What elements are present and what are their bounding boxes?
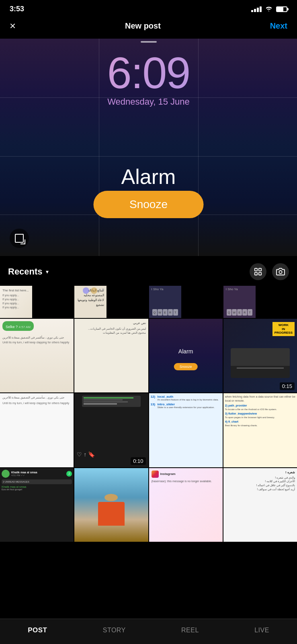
svg-rect-1 bbox=[259, 268, 261, 271]
list-item[interactable]: The first list here... If you apply... I… bbox=[0, 286, 32, 318]
svg-rect-3 bbox=[259, 272, 261, 275]
list-item[interactable] bbox=[74, 468, 148, 542]
list-item[interactable]: Khalik maa al smaa 4:51 PM ✓✓ 2 2 UNREAD… bbox=[0, 468, 74, 542]
recents-bar: Recents ▾ bbox=[0, 256, 297, 286]
next-button[interactable]: Next bbox=[270, 21, 287, 31]
close-button[interactable]: × bbox=[10, 20, 16, 32]
status-icons bbox=[251, 5, 287, 13]
tab-reel[interactable]: REEL bbox=[181, 627, 199, 634]
list-item[interactable]: I Sho Ya Q W E R T bbox=[223, 286, 256, 318]
multi-select-button[interactable] bbox=[250, 263, 266, 280]
crop-button[interactable] bbox=[10, 229, 29, 248]
list-item[interactable]: Selke ? 4:57 AM حتى بكي دوري ، سأكتسر في… bbox=[0, 319, 74, 392]
alarm-mini: Alarm bbox=[149, 348, 223, 355]
nav-bar: × New post Next bbox=[0, 16, 297, 39]
video-duration: 0:15 bbox=[280, 382, 295, 390]
tab-live[interactable]: LIVE bbox=[254, 627, 269, 634]
drag-handle[interactable] bbox=[141, 41, 157, 43]
page-title: New post bbox=[125, 21, 161, 31]
recents-icons bbox=[250, 263, 289, 280]
svg-rect-0 bbox=[255, 268, 257, 271]
svg-point-4 bbox=[279, 270, 282, 273]
tab-post[interactable]: POST bbox=[28, 626, 47, 634]
chevron-down-icon: ▾ bbox=[46, 268, 49, 275]
crop-icon bbox=[15, 234, 24, 243]
list-item[interactable]: WORKINPROGRESS 0:15 bbox=[223, 319, 297, 392]
work-badge: WORKINPROGRESS bbox=[272, 322, 295, 336]
list-item[interactable]: صنائع الماتاله المصنوعه محليهلاعاة الوطن… bbox=[74, 286, 107, 318]
svg-rect-2 bbox=[255, 272, 257, 275]
main-preview: 6:09 Wednesday, 15 June Alarm Snooze bbox=[0, 39, 297, 256]
list-item[interactable]: when fetching data from a data source th… bbox=[223, 393, 297, 467]
recents-label: Recents bbox=[8, 266, 43, 277]
list-item[interactable]: حتى بكي دوري , سأستمر في التصفيق بسعادة … bbox=[0, 393, 74, 467]
clock-time: 6:09 bbox=[0, 51, 297, 95]
wifi-icon bbox=[265, 5, 273, 13]
photo-grid: The first list here... If you apply... I… bbox=[0, 286, 297, 542]
recents-dropdown[interactable]: Recents ▾ bbox=[8, 266, 49, 277]
time: 3:53 bbox=[10, 5, 24, 13]
signal-icon bbox=[251, 6, 262, 12]
tab-story[interactable]: STORY bbox=[103, 627, 126, 634]
snooze-button[interactable]: Snooze bbox=[93, 191, 204, 218]
bottom-tab-bar: POST STORY REEL LIVE bbox=[0, 619, 297, 644]
list-item[interactable]: Alarm Snooze bbox=[149, 319, 223, 392]
list-item[interactable]: شعره ! والدي في شعره !الأحزان الكبيرة في… bbox=[223, 468, 297, 542]
list-item[interactable]: 0:10 ♡ ↑ 🔖 bbox=[74, 393, 148, 467]
status-bar: 3:53 bbox=[0, 0, 297, 16]
camera-button[interactable] bbox=[272, 263, 289, 280]
list-item[interactable]: نص عربي ليس من الضروري أن تكون الخاسر في… bbox=[74, 319, 148, 392]
alarm-label: Alarm bbox=[0, 165, 297, 189]
clock-date: Wednesday, 15 June bbox=[0, 97, 297, 107]
video-duration: 0:10 bbox=[131, 457, 145, 465]
list-item[interactable]: Instagram (haserrase): this message is n… bbox=[149, 468, 223, 542]
list-item[interactable]: 12) local_auth An excellent feature of t… bbox=[149, 393, 223, 467]
battery-icon bbox=[276, 6, 287, 12]
media-icons: + ■ bbox=[83, 287, 104, 294]
clock-display: 6:09 Wednesday, 15 June bbox=[0, 51, 297, 107]
snooze-mini: Snooze bbox=[174, 363, 198, 370]
list-item[interactable]: I Sho Ya Q W E R T bbox=[149, 286, 181, 318]
